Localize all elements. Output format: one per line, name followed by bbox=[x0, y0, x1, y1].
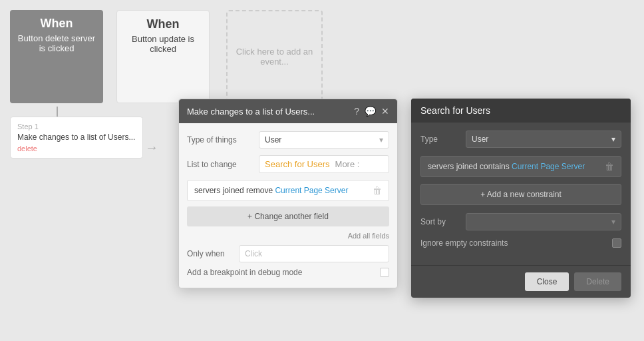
constraint-prefix: servers joined remove bbox=[194, 186, 275, 195]
search-type-chevron: ▾ bbox=[611, 135, 615, 144]
type-of-things-row: Type of things User ▾ bbox=[187, 131, 389, 149]
add-all-fields: Add all fields bbox=[187, 232, 389, 240]
step-block: Step 1 Make changes to a list of Users..… bbox=[10, 117, 143, 159]
event-desc-update: Button update is clicked bbox=[124, 34, 202, 54]
step-number: Step 1 bbox=[17, 123, 136, 131]
constraint-highlight[interactable]: Current Page Server bbox=[275, 186, 348, 195]
event-card-add[interactable]: Click here to add an event... bbox=[226, 10, 323, 103]
ignore-row: Ignore empty constraints bbox=[420, 238, 621, 248]
delete-button[interactable]: Delete bbox=[574, 272, 621, 291]
make-changes-header: Make changes to a list of Users... ? 💬 ✕ bbox=[179, 99, 397, 123]
search-type-select[interactable]: User ▾ bbox=[466, 131, 621, 148]
make-changes-body: Type of things User ▾ List to change Sea… bbox=[179, 123, 397, 288]
debug-row: Add a breakpoint in debug mode bbox=[187, 268, 389, 280]
only-when-input[interactable]: Click bbox=[239, 245, 389, 262]
make-changes-constraint-row: servers joined remove Current Page Serve… bbox=[187, 180, 389, 201]
search-type-row: Type User ▾ bbox=[420, 131, 621, 148]
search-constraint-highlight[interactable]: Current Page Server bbox=[512, 162, 585, 171]
type-of-things-label: Type of things bbox=[187, 135, 253, 145]
change-another-field-btn[interactable]: + Change another field bbox=[187, 206, 389, 226]
search-users-modal: Search for Users Type User ▾ servers joi… bbox=[411, 99, 631, 298]
search-sort-label: Sort by bbox=[420, 217, 460, 226]
step-delete-link[interactable]: delete bbox=[17, 145, 136, 153]
search-sort-select[interactable]: ▾ bbox=[466, 213, 621, 230]
debug-checkbox[interactable] bbox=[380, 268, 389, 277]
step-title: Make changes to a list of Users... bbox=[17, 132, 136, 143]
constraint-text: servers joined remove Current Page Serve… bbox=[194, 186, 348, 195]
search-sort-row: Sort by ▾ bbox=[420, 213, 621, 230]
search-footer: Close Delete bbox=[411, 265, 631, 298]
search-type-value: User bbox=[472, 135, 488, 144]
close-icon[interactable]: ✕ bbox=[381, 106, 389, 117]
list-to-change-label: List to change bbox=[187, 160, 253, 169]
search-users-title: Search for Users bbox=[420, 105, 490, 116]
when-label-update: When bbox=[124, 17, 202, 31]
close-button[interactable]: Close bbox=[525, 272, 569, 291]
search-for-users-link[interactable]: Search for Users bbox=[265, 159, 330, 169]
flow-arrow: → bbox=[145, 140, 158, 155]
when-label-delete: When bbox=[17, 17, 96, 31]
ignore-checkbox[interactable] bbox=[612, 238, 621, 248]
add-new-constraint-btn[interactable]: + Add a new constraint bbox=[420, 184, 621, 205]
canvas: When Button delete server is clicked Whe… bbox=[0, 0, 644, 341]
list-more-label: More : bbox=[335, 159, 360, 169]
constraint-delete-icon[interactable]: 🗑 bbox=[373, 185, 382, 196]
search-constraint-text: servers joined contains Current Page Ser… bbox=[428, 162, 585, 171]
search-constraint-prefix: servers joined contains bbox=[428, 162, 512, 171]
only-when-row: Only when Click bbox=[187, 245, 389, 262]
search-type-label: Type bbox=[420, 135, 460, 144]
type-of-things-select[interactable]: User ▾ bbox=[259, 131, 389, 149]
make-changes-title: Make changes to a list of Users... bbox=[187, 107, 315, 117]
make-changes-icons: ? 💬 ✕ bbox=[354, 106, 389, 117]
help-icon[interactable]: ? bbox=[354, 106, 359, 117]
type-of-things-value: User bbox=[265, 135, 281, 145]
search-users-header: Search for Users bbox=[411, 99, 631, 123]
search-sort-chevron: ▾ bbox=[611, 217, 615, 226]
search-constraint-row: servers joined contains Current Page Ser… bbox=[420, 156, 621, 177]
event-card-delete[interactable]: When Button delete server is clicked bbox=[10, 10, 103, 103]
add-event-placeholder: Click here to add an event... bbox=[234, 47, 315, 67]
comment-icon[interactable]: 💬 bbox=[365, 106, 376, 117]
search-constraint-delete-icon[interactable]: 🗑 bbox=[605, 161, 614, 172]
only-when-label: Only when bbox=[187, 249, 234, 258]
debug-label: Add a breakpoint in debug mode bbox=[187, 268, 302, 277]
type-of-things-chevron: ▾ bbox=[379, 135, 383, 145]
list-to-change-row: List to change Search for Users More : bbox=[187, 155, 389, 173]
make-changes-modal: Make changes to a list of Users... ? 💬 ✕… bbox=[178, 99, 398, 288]
event-desc-delete: Button delete server is clicked bbox=[17, 33, 96, 53]
ignore-label: Ignore empty constraints bbox=[420, 238, 508, 248]
event-card-update[interactable]: When Button update is clicked bbox=[116, 10, 210, 103]
search-users-body: Type User ▾ servers joined contains Curr… bbox=[411, 123, 631, 265]
